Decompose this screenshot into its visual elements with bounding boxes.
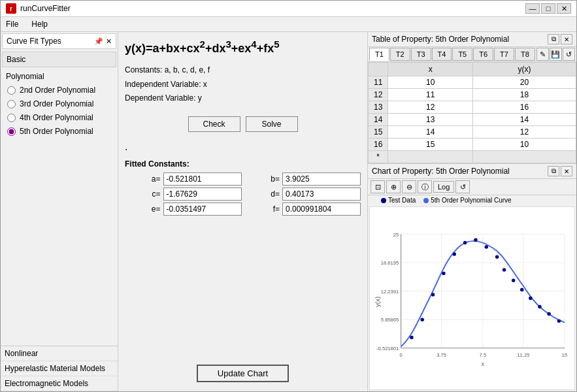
legend-curve-dot [423, 198, 429, 203]
row-num: 11 [369, 76, 388, 89]
formula-display: y(x)=a+bx+cx2+dx3+ex4+fx5 [125, 42, 280, 55]
a-label: a= [125, 174, 161, 184]
chart-refresh-icon[interactable]: ↺ [455, 180, 470, 193]
table-row: 131216 [369, 101, 576, 114]
chart-panel-restore-icon[interactable]: ⧉ [548, 166, 559, 176]
data-point [442, 272, 445, 275]
chart-fit-icon[interactable]: ⊡ [371, 180, 385, 193]
y-tick-3: 12.2391 [381, 289, 399, 295]
app-icon: r [6, 3, 16, 14]
update-btn-row: Update Chart [122, 359, 363, 387]
data-point [538, 305, 541, 308]
dependent-var-info: Dependent Variable: y [125, 91, 361, 106]
center-content: y(x)=a+bx+cx2+dx3+ex4+fx5 Constants: a, … [118, 32, 367, 391]
chart-toolbar: ⊡ ⊕ ⊖ ⓘ Log ↺ [368, 179, 576, 195]
col-rownum [369, 63, 388, 76]
f-input[interactable] [282, 203, 361, 216]
legend-curve: 5th Order Polynomial Curve [423, 197, 511, 204]
x-cell: 11 [388, 89, 473, 101]
sidebar-close-icon[interactable]: ✕ [106, 37, 112, 46]
menu-file[interactable]: File [3, 18, 21, 30]
tab-t1[interactable]: T1 [369, 48, 389, 61]
sidebar-bottom: Nonlinear Hyperelastic Material Models E… [1, 346, 118, 391]
data-point [410, 336, 413, 339]
main-area: Curve Fit Types 📌 ✕ Basic Polynomial 2nd… [1, 32, 576, 391]
table-save-icon[interactable]: 💾 [550, 48, 562, 61]
c-input[interactable] [163, 188, 242, 201]
row-num: 16 [369, 139, 388, 151]
chart-panel-header: Chart of Property: 5th Order Polynomial … [368, 164, 576, 179]
legend-test-data: Test Data [381, 197, 416, 204]
yx-cell: 10 [473, 139, 576, 151]
chart-area: y(x) 25 [369, 206, 575, 390]
radio-3rd[interactable]: 3rd Order Polynomial [5, 98, 114, 110]
row-num: 12 [369, 89, 388, 101]
tab-t8[interactable]: T8 [515, 48, 535, 61]
b-label: b= [244, 174, 280, 184]
maximize-button[interactable]: □ [541, 3, 555, 14]
e-input[interactable] [163, 203, 242, 216]
constants-grid: a= b= c= d= e= f= [125, 172, 361, 216]
f-label: f= [244, 204, 280, 214]
e-label: e= [125, 204, 161, 214]
table-panel: Table of Property: 5th Order Polynomial … [368, 32, 576, 164]
radio-2nd[interactable]: 2nd Order Polynomial [5, 84, 114, 96]
yx-cell: 18 [473, 89, 576, 101]
yx-cell: 14 [473, 114, 576, 126]
chart-panel-controls: ⧉ ✕ [548, 166, 572, 176]
chart-panel: Chart of Property: 5th Order Polynomial … [368, 164, 576, 391]
dot-separator: . [122, 140, 363, 154]
minimize-button[interactable]: — [525, 3, 540, 14]
formula-area: y(x)=a+bx+cx2+dx3+ex4+fx5 [122, 36, 363, 58]
x-axis-label: x [482, 361, 485, 367]
table-refresh-icon[interactable]: ↺ [563, 48, 575, 61]
chart-panel-close-icon[interactable]: ✕ [561, 166, 572, 176]
table-panel-controls: ⧉ ✕ [548, 34, 572, 44]
sidebar-pin-icon[interactable]: 📌 [94, 37, 103, 46]
table-scroll-area[interactable]: x y(x) 111020121118131216141314151412161… [368, 62, 576, 163]
a-input[interactable] [163, 172, 242, 186]
tab-t4[interactable]: T4 [432, 48, 452, 61]
data-point [495, 255, 499, 259]
menu-bar: File Help [1, 17, 576, 32]
sidebar-electromagnetic[interactable]: Electromagnetic Models [1, 376, 118, 391]
sidebar-header: Curve Fit Types 📌 ✕ [2, 33, 116, 49]
sidebar-title: Curve Fit Types [7, 37, 61, 46]
y-tick-2: 18.6195 [381, 260, 399, 266]
chart-info-icon[interactable]: ⓘ [418, 180, 432, 193]
tab-t7[interactable]: T7 [494, 48, 514, 61]
check-button[interactable]: Check [188, 116, 240, 132]
table-panel-title: Table of Property: 5th Order Polynomial [372, 35, 509, 44]
x-tick-3: 7.5 [480, 352, 487, 358]
sidebar-nonlinear[interactable]: Nonlinear [1, 346, 118, 361]
data-point [503, 268, 506, 271]
table-panel-close-icon[interactable]: ✕ [561, 34, 572, 44]
chart-zoom-in-icon[interactable]: ⊕ [386, 180, 401, 193]
y-tick-5: -0.521801 [376, 346, 399, 351]
radio-5th[interactable]: 5th Order Polynomial [5, 125, 114, 137]
tab-t2[interactable]: T2 [390, 48, 410, 61]
update-chart-button[interactable]: Update Chart [197, 365, 289, 382]
y-axis-label: y(x) [374, 297, 381, 307]
data-point [529, 297, 532, 300]
y-tick-4: 5.85865 [381, 317, 399, 323]
sidebar-hyperelastic[interactable]: Hyperelastic Material Models [1, 361, 118, 376]
table-panel-restore-icon[interactable]: ⧉ [548, 34, 559, 44]
tab-t3[interactable]: T3 [411, 48, 431, 61]
table-edit-icon[interactable]: ✎ [536, 48, 549, 61]
row-num: 13 [369, 101, 388, 114]
chart-svg: y(x) 25 [372, 210, 572, 387]
d-input[interactable] [282, 188, 361, 201]
x-tick-4: 11.25 [517, 352, 529, 358]
data-point [547, 312, 550, 316]
tab-t6[interactable]: T6 [473, 48, 493, 61]
close-button[interactable]: ✕ [557, 3, 571, 14]
chart-log-button[interactable]: Log [433, 181, 454, 193]
tab-t5[interactable]: T5 [452, 48, 472, 61]
menu-help[interactable]: Help [29, 18, 50, 30]
solve-button[interactable]: Solve [246, 116, 298, 132]
b-input[interactable] [282, 172, 361, 186]
chart-zoom-out-icon[interactable]: ⊖ [402, 180, 416, 193]
radio-4th[interactable]: 4th Order Polynomial [5, 112, 114, 123]
data-point [421, 318, 424, 321]
